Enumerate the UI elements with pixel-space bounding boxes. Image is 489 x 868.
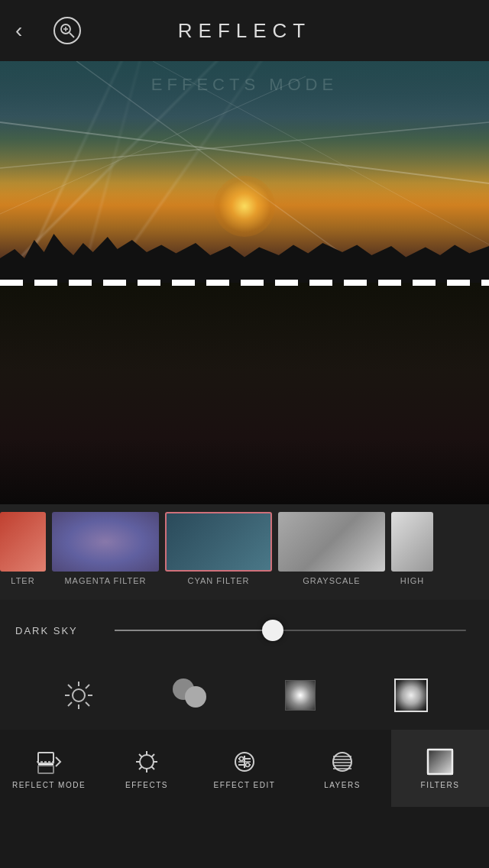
brightness-icon[interactable] <box>57 675 99 717</box>
svg-line-17 <box>68 702 72 706</box>
dashed-divider-top <box>0 283 489 286</box>
svg-line-6 <box>0 122 489 168</box>
svg-line-14 <box>68 685 72 688</box>
gradient-icon[interactable] <box>279 675 321 717</box>
vignette-icon[interactable] <box>390 675 432 717</box>
svg-rect-46 <box>428 750 452 774</box>
nav-label-filters: FILTERS <box>421 781 460 789</box>
filter-label-magenta: MAGENTA FILTER <box>64 576 146 585</box>
nav-item-filters[interactable]: FILTERS <box>391 730 489 807</box>
filter-item-grayscale[interactable]: GRAYSCALE <box>278 512 385 592</box>
zoom-button[interactable] <box>53 17 81 44</box>
nav-item-effect-edit[interactable]: EFFECT EDIT <box>196 730 293 807</box>
filter-item-magenta[interactable]: MAGENTA FILTER <box>52 512 159 592</box>
circles-display <box>173 679 206 712</box>
svg-line-27 <box>139 754 142 757</box>
nav-label-effect-edit: EFFECT EDIT <box>214 781 276 789</box>
filter-label-high: HIGH <box>400 576 425 585</box>
app-title: REFLECT <box>178 19 311 43</box>
effect-edit-icon <box>230 747 259 776</box>
nav-label-effects: EFFECTS <box>125 781 168 789</box>
nav-item-reflect-mode[interactable]: REFLECT MODE <box>0 730 98 807</box>
filter-thumb-magenta <box>52 512 159 572</box>
svg-point-37 <box>246 763 250 767</box>
svg-line-30 <box>139 766 142 769</box>
blend-icon[interactable] <box>168 675 210 717</box>
nav-item-effects[interactable]: EFFECTS <box>98 730 196 807</box>
layers-icon <box>328 747 357 776</box>
filter-thumb-red <box>0 512 46 572</box>
reflect-mode-icon <box>34 747 63 776</box>
photo-bottom <box>0 283 489 504</box>
slider-section: DARK SKY <box>0 600 489 661</box>
svg-line-28 <box>151 766 154 769</box>
nav-label-layers: LAYERS <box>324 781 361 789</box>
filter-thumb-cyan <box>165 512 272 572</box>
effects-icon <box>132 747 161 776</box>
filter-label-red: LTER <box>11 576 34 585</box>
svg-line-1 <box>70 33 74 37</box>
back-button[interactable]: ‹ <box>15 18 22 43</box>
filter-thumb-high <box>391 512 433 572</box>
nav-item-layers[interactable]: LAYERS <box>293 730 391 807</box>
vignette-display <box>394 679 428 712</box>
svg-rect-20 <box>38 766 53 773</box>
svg-point-9 <box>73 689 85 701</box>
effects-icons-row <box>0 661 489 730</box>
gradient-display <box>285 680 316 711</box>
image-area: EFFECTS MODE <box>0 61 489 504</box>
filter-label-grayscale: GRAYSCALE <box>303 576 360 585</box>
filter-item-high[interactable]: HIGH <box>391 512 433 592</box>
filter-item-cyan[interactable]: CYAN FILTER <box>165 512 272 592</box>
nav-label-reflect-mode: REFLECT MODE <box>12 781 86 789</box>
filter-thumb-grayscale <box>278 512 385 572</box>
svg-line-29 <box>151 754 154 757</box>
filter-label-cyan: CYAN FILTER <box>188 576 250 585</box>
svg-line-4 <box>0 122 489 183</box>
photo-top: EFFECTS MODE <box>0 61 489 283</box>
filters-row: LTER MAGENTA FILTER CYAN FILTER GRAYSCAL… <box>0 504 489 600</box>
slider-thumb[interactable] <box>262 620 283 641</box>
sun-glow <box>214 176 275 237</box>
filters-icon <box>426 747 455 776</box>
circle-b <box>185 686 206 708</box>
bottom-nav: REFLECT MODE EFFECTS <box>0 730 489 807</box>
svg-point-36 <box>240 757 244 761</box>
header: ‹ REFLECT <box>0 0 489 61</box>
filter-item-red[interactable]: LTER <box>0 512 46 592</box>
svg-line-16 <box>86 685 89 688</box>
svg-line-15 <box>86 702 89 706</box>
slider-track[interactable] <box>115 630 466 631</box>
slider-label: DARK SKY <box>15 625 107 636</box>
slider-fill <box>115 630 273 631</box>
